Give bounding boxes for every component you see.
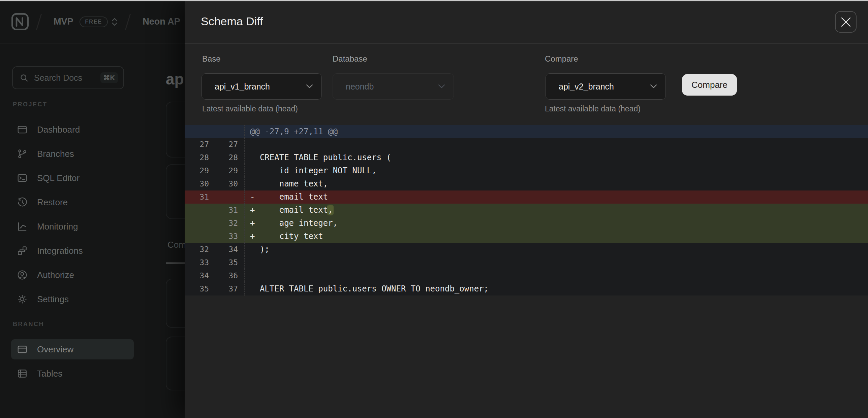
compare-branch-select[interactable]: api_v2_branch — [546, 73, 666, 100]
old-line-number: 28 — [185, 151, 211, 164]
diff-line-context: 3436 — [185, 269, 868, 282]
diff-code-text: CREATE TABLE public.users ( — [244, 151, 868, 164]
new-line-number: 31 — [211, 204, 240, 217]
app-window: MVP FREE Neon AP Search Docs ⌘K PROJECTD… — [0, 0, 868, 418]
old-line-number: 29 — [185, 164, 211, 177]
diff-code-text — [244, 269, 868, 282]
new-line-number: 27 — [211, 138, 240, 151]
new-line-number: 35 — [211, 256, 240, 269]
old-line-number: 32 — [185, 243, 211, 256]
diff-line-deleted: 31- email text — [185, 190, 868, 204]
database-label: Database — [333, 54, 367, 64]
old-line-number — [185, 204, 211, 217]
diff-line-added: 32+ age integer, — [185, 217, 868, 230]
word-diff-highlight: , — [328, 205, 333, 215]
diff-code-text — [244, 138, 868, 151]
diff-code-text: id integer NOT NULL, — [244, 164, 868, 177]
chevron-down-icon — [650, 84, 657, 89]
old-line-number: 27 — [185, 138, 211, 151]
compare-helper-text: Latest available data (head) — [545, 104, 641, 113]
diff-code-text: ALTER TABLE public.users OWNER TO neondb… — [244, 282, 868, 295]
old-line-number: 30 — [185, 177, 211, 190]
diff-code-text — [244, 256, 868, 269]
diff-code-text: + age integer, — [244, 217, 868, 230]
diff-code-text: + city text — [244, 230, 868, 243]
new-line-number: 29 — [211, 164, 240, 177]
base-branch-select[interactable]: api_v1_branch — [202, 73, 322, 100]
old-line-number — [185, 230, 211, 243]
modal-title: Schema Diff — [201, 15, 263, 28]
compare-label: Compare — [545, 54, 578, 64]
base-label: Base — [202, 54, 221, 64]
diff-code-text: ); — [244, 243, 868, 256]
diff-line-context: 2828 CREATE TABLE public.users ( — [185, 151, 868, 164]
chevron-down-icon — [306, 84, 313, 89]
database-value: neondb — [346, 82, 374, 92]
window-top-edge — [0, 0, 868, 1]
old-line-number: 34 — [185, 269, 211, 282]
new-line-number — [211, 125, 240, 138]
diff-code-text: @@ -27,9 +27,11 @@ — [244, 125, 868, 138]
diff-code-text: name text, — [244, 177, 868, 190]
base-helper-text: Latest available data (head) — [202, 104, 298, 113]
diff-line-context: 3335 — [185, 256, 868, 269]
schema-diff-viewer: @@ -27,9 +27,11 @@2727 2828 CREATE TABLE… — [185, 125, 868, 295]
old-line-number: 31 — [185, 190, 211, 204]
chevron-down-icon — [438, 84, 445, 89]
database-select: neondb — [333, 73, 454, 100]
schema-diff-modal: Schema Diff Base Database Compare api_v1… — [185, 0, 868, 418]
diff-line-added: 33+ city text — [185, 230, 868, 243]
old-line-number: 35 — [185, 282, 211, 295]
modal-header: Schema Diff — [185, 0, 868, 44]
new-line-number: 28 — [211, 151, 240, 164]
diff-line-context: 3537 ALTER TABLE public.users OWNER TO n… — [185, 282, 868, 295]
old-line-number — [185, 125, 211, 138]
new-line-number: 30 — [211, 177, 240, 190]
new-line-number: 36 — [211, 269, 240, 282]
diff-code-text: + email text, — [244, 204, 868, 217]
diff-line-context: 3234 ); — [185, 243, 868, 256]
diff-line-context: 2727 — [185, 138, 868, 151]
diff-line-added: 31+ email text, — [185, 204, 868, 217]
close-button[interactable] — [835, 11, 857, 33]
diff-line-context: 3030 name text, — [185, 177, 868, 190]
diff-code-text: - email text — [244, 190, 868, 204]
diff-line-context: 2929 id integer NOT NULL, — [185, 164, 868, 177]
new-line-number — [211, 190, 240, 204]
base-branch-value: api_v1_branch — [215, 82, 270, 92]
new-line-number: 32 — [211, 217, 240, 230]
old-line-number — [185, 217, 211, 230]
compare-button[interactable]: Compare — [682, 74, 737, 96]
old-line-number: 33 — [185, 256, 211, 269]
compare-branch-value: api_v2_branch — [559, 82, 614, 92]
close-icon — [841, 18, 850, 27]
new-line-number: 34 — [211, 243, 240, 256]
diff-hunk-header: @@ -27,9 +27,11 @@ — [185, 125, 868, 138]
new-line-number: 33 — [211, 230, 240, 243]
new-line-number: 37 — [211, 282, 240, 295]
